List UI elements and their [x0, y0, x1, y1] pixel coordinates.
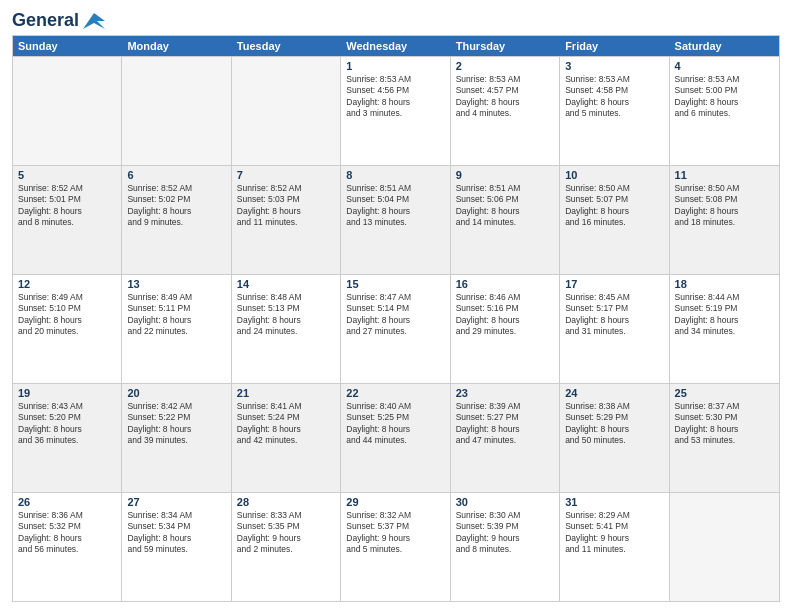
calendar-cell: 24Sunrise: 8:38 AM Sunset: 5:29 PM Dayli…: [560, 384, 669, 492]
cell-info: Sunrise: 8:39 AM Sunset: 5:27 PM Dayligh…: [456, 401, 554, 447]
cell-info: Sunrise: 8:33 AM Sunset: 5:35 PM Dayligh…: [237, 510, 335, 556]
calendar-cell: 7Sunrise: 8:52 AM Sunset: 5:03 PM Daylig…: [232, 166, 341, 274]
calendar-row: 12Sunrise: 8:49 AM Sunset: 5:10 PM Dayli…: [13, 274, 779, 383]
calendar-cell: [670, 493, 779, 601]
calendar-cell: 15Sunrise: 8:47 AM Sunset: 5:14 PM Dayli…: [341, 275, 450, 383]
calendar-cell: 1Sunrise: 8:53 AM Sunset: 4:56 PM Daylig…: [341, 57, 450, 165]
cell-info: Sunrise: 8:38 AM Sunset: 5:29 PM Dayligh…: [565, 401, 663, 447]
calendar-cell: 12Sunrise: 8:49 AM Sunset: 5:10 PM Dayli…: [13, 275, 122, 383]
calendar-cell: 23Sunrise: 8:39 AM Sunset: 5:27 PM Dayli…: [451, 384, 560, 492]
day-number: 18: [675, 278, 774, 290]
calendar-cell: 31Sunrise: 8:29 AM Sunset: 5:41 PM Dayli…: [560, 493, 669, 601]
calendar-cell: 8Sunrise: 8:51 AM Sunset: 5:04 PM Daylig…: [341, 166, 450, 274]
cell-info: Sunrise: 8:42 AM Sunset: 5:22 PM Dayligh…: [127, 401, 225, 447]
weekday-header: Wednesday: [341, 36, 450, 56]
day-number: 5: [18, 169, 116, 181]
day-number: 4: [675, 60, 774, 72]
cell-info: Sunrise: 8:53 AM Sunset: 4:58 PM Dayligh…: [565, 74, 663, 120]
day-number: 29: [346, 496, 444, 508]
calendar-cell: 22Sunrise: 8:40 AM Sunset: 5:25 PM Dayli…: [341, 384, 450, 492]
cell-info: Sunrise: 8:52 AM Sunset: 5:01 PM Dayligh…: [18, 183, 116, 229]
day-number: 11: [675, 169, 774, 181]
cell-info: Sunrise: 8:49 AM Sunset: 5:11 PM Dayligh…: [127, 292, 225, 338]
calendar-cell: 11Sunrise: 8:50 AM Sunset: 5:08 PM Dayli…: [670, 166, 779, 274]
calendar-cell: 17Sunrise: 8:45 AM Sunset: 5:17 PM Dayli…: [560, 275, 669, 383]
logo-bird-icon: [83, 13, 105, 29]
cell-info: Sunrise: 8:46 AM Sunset: 5:16 PM Dayligh…: [456, 292, 554, 338]
calendar-cell: 9Sunrise: 8:51 AM Sunset: 5:06 PM Daylig…: [451, 166, 560, 274]
day-number: 25: [675, 387, 774, 399]
cell-info: Sunrise: 8:41 AM Sunset: 5:24 PM Dayligh…: [237, 401, 335, 447]
day-number: 1: [346, 60, 444, 72]
day-number: 23: [456, 387, 554, 399]
cell-info: Sunrise: 8:53 AM Sunset: 4:56 PM Dayligh…: [346, 74, 444, 120]
calendar-cell: 29Sunrise: 8:32 AM Sunset: 5:37 PM Dayli…: [341, 493, 450, 601]
day-number: 20: [127, 387, 225, 399]
cell-info: Sunrise: 8:44 AM Sunset: 5:19 PM Dayligh…: [675, 292, 774, 338]
calendar-row: 19Sunrise: 8:43 AM Sunset: 5:20 PM Dayli…: [13, 383, 779, 492]
calendar-cell: [232, 57, 341, 165]
calendar-cell: 4Sunrise: 8:53 AM Sunset: 5:00 PM Daylig…: [670, 57, 779, 165]
cell-info: Sunrise: 8:52 AM Sunset: 5:03 PM Dayligh…: [237, 183, 335, 229]
cell-info: Sunrise: 8:47 AM Sunset: 5:14 PM Dayligh…: [346, 292, 444, 338]
day-number: 15: [346, 278, 444, 290]
day-number: 12: [18, 278, 116, 290]
day-number: 16: [456, 278, 554, 290]
weekday-header: Tuesday: [232, 36, 341, 56]
day-number: 10: [565, 169, 663, 181]
calendar-row: 1Sunrise: 8:53 AM Sunset: 4:56 PM Daylig…: [13, 56, 779, 165]
calendar-cell: 25Sunrise: 8:37 AM Sunset: 5:30 PM Dayli…: [670, 384, 779, 492]
day-number: 13: [127, 278, 225, 290]
weekday-header: Sunday: [13, 36, 122, 56]
day-number: 24: [565, 387, 663, 399]
weekday-header: Saturday: [670, 36, 779, 56]
day-number: 17: [565, 278, 663, 290]
cell-info: Sunrise: 8:30 AM Sunset: 5:39 PM Dayligh…: [456, 510, 554, 556]
logo-general: General: [12, 10, 79, 31]
cell-info: Sunrise: 8:53 AM Sunset: 4:57 PM Dayligh…: [456, 74, 554, 120]
calendar-cell: 20Sunrise: 8:42 AM Sunset: 5:22 PM Dayli…: [122, 384, 231, 492]
calendar-cell: 2Sunrise: 8:53 AM Sunset: 4:57 PM Daylig…: [451, 57, 560, 165]
day-number: 9: [456, 169, 554, 181]
calendar-cell: 5Sunrise: 8:52 AM Sunset: 5:01 PM Daylig…: [13, 166, 122, 274]
calendar-cell: 10Sunrise: 8:50 AM Sunset: 5:07 PM Dayli…: [560, 166, 669, 274]
cell-info: Sunrise: 8:50 AM Sunset: 5:07 PM Dayligh…: [565, 183, 663, 229]
day-number: 28: [237, 496, 335, 508]
cell-info: Sunrise: 8:48 AM Sunset: 5:13 PM Dayligh…: [237, 292, 335, 338]
calendar-cell: [13, 57, 122, 165]
calendar-cell: 28Sunrise: 8:33 AM Sunset: 5:35 PM Dayli…: [232, 493, 341, 601]
cell-info: Sunrise: 8:52 AM Sunset: 5:02 PM Dayligh…: [127, 183, 225, 229]
cell-info: Sunrise: 8:36 AM Sunset: 5:32 PM Dayligh…: [18, 510, 116, 556]
cell-info: Sunrise: 8:43 AM Sunset: 5:20 PM Dayligh…: [18, 401, 116, 447]
cell-info: Sunrise: 8:40 AM Sunset: 5:25 PM Dayligh…: [346, 401, 444, 447]
weekday-header: Thursday: [451, 36, 560, 56]
day-number: 26: [18, 496, 116, 508]
weekday-header: Monday: [122, 36, 231, 56]
cell-info: Sunrise: 8:37 AM Sunset: 5:30 PM Dayligh…: [675, 401, 774, 447]
calendar-cell: 26Sunrise: 8:36 AM Sunset: 5:32 PM Dayli…: [13, 493, 122, 601]
cell-info: Sunrise: 8:32 AM Sunset: 5:37 PM Dayligh…: [346, 510, 444, 556]
cell-info: Sunrise: 8:50 AM Sunset: 5:08 PM Dayligh…: [675, 183, 774, 229]
calendar-cell: 30Sunrise: 8:30 AM Sunset: 5:39 PM Dayli…: [451, 493, 560, 601]
calendar-cell: 13Sunrise: 8:49 AM Sunset: 5:11 PM Dayli…: [122, 275, 231, 383]
day-number: 30: [456, 496, 554, 508]
cell-info: Sunrise: 8:49 AM Sunset: 5:10 PM Dayligh…: [18, 292, 116, 338]
calendar-row: 5Sunrise: 8:52 AM Sunset: 5:01 PM Daylig…: [13, 165, 779, 274]
day-number: 21: [237, 387, 335, 399]
cell-info: Sunrise: 8:34 AM Sunset: 5:34 PM Dayligh…: [127, 510, 225, 556]
cell-info: Sunrise: 8:51 AM Sunset: 5:06 PM Dayligh…: [456, 183, 554, 229]
day-number: 19: [18, 387, 116, 399]
calendar-body: 1Sunrise: 8:53 AM Sunset: 4:56 PM Daylig…: [13, 56, 779, 601]
day-number: 3: [565, 60, 663, 72]
day-number: 22: [346, 387, 444, 399]
cell-info: Sunrise: 8:29 AM Sunset: 5:41 PM Dayligh…: [565, 510, 663, 556]
day-number: 2: [456, 60, 554, 72]
day-number: 31: [565, 496, 663, 508]
calendar-cell: 6Sunrise: 8:52 AM Sunset: 5:02 PM Daylig…: [122, 166, 231, 274]
page-container: General SundayMondayTuesdayWednesdayThur…: [0, 0, 792, 612]
day-number: 8: [346, 169, 444, 181]
calendar: SundayMondayTuesdayWednesdayThursdayFrid…: [12, 35, 780, 602]
cell-info: Sunrise: 8:45 AM Sunset: 5:17 PM Dayligh…: [565, 292, 663, 338]
calendar-cell: 3Sunrise: 8:53 AM Sunset: 4:58 PM Daylig…: [560, 57, 669, 165]
day-number: 6: [127, 169, 225, 181]
